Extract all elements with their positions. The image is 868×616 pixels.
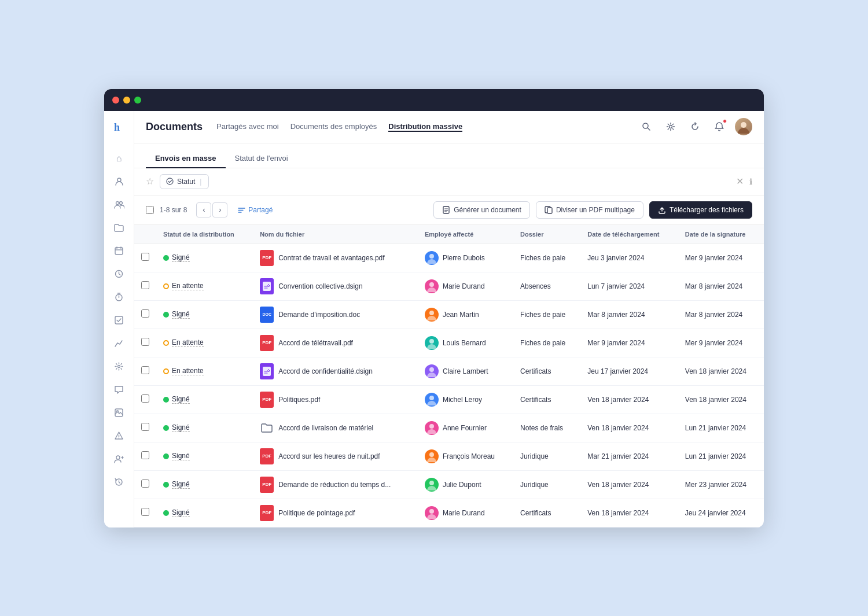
row-checkbox[interactable] [141, 394, 149, 403]
minimize-dot[interactable] [123, 97, 130, 104]
svg-point-23 [167, 178, 173, 185]
file-name-cell: Convention collective.dsign [260, 278, 411, 294]
employee-name: Jean Martin [443, 311, 479, 319]
date-signature-cell: Ven 18 janvier 2024 [678, 385, 764, 414]
dossier-cell: Absences [513, 272, 580, 300]
status-text: Signé [172, 508, 190, 517]
row-checkbox[interactable] [141, 338, 149, 346]
file-name-text[interactable]: Accord de télétravail.pdf [278, 339, 353, 347]
row-checkbox[interactable] [141, 281, 149, 289]
file-name-text[interactable]: Accord de livraison de matériel [278, 424, 373, 432]
bell-icon[interactable] [711, 118, 728, 135]
logo[interactable]: h [110, 118, 128, 137]
employee-name: Julie Dupont [443, 481, 481, 489]
favorite-star-icon[interactable]: ☆ [146, 176, 154, 187]
split-pdf-button[interactable]: Diviser un PDF multipage [536, 201, 643, 219]
tab-envois[interactable]: Envois en masse [146, 149, 226, 168]
status-filter-button[interactable]: Statut | [160, 174, 209, 189]
sidebar-timer-icon[interactable] [109, 287, 130, 308]
file-name-text[interactable]: Accord de confidentialité.dsign [278, 367, 373, 375]
svg-point-15 [119, 438, 119, 438]
table-row: SignéPDFPolitique de pointage.pdfMarie D… [134, 499, 764, 527]
sidebar-adduser-icon[interactable] [109, 449, 130, 470]
status-text: En attente [172, 282, 204, 290]
employee-name: Louis Bernard [443, 339, 486, 347]
status-text: Signé [172, 480, 190, 489]
user-avatar[interactable] [735, 118, 752, 135]
row-checkbox[interactable] [141, 451, 149, 459]
gear-icon[interactable] [662, 118, 679, 135]
table-row: SignéAccord de livraison de matérielAnne… [134, 414, 764, 442]
file-name-text[interactable]: Demande de réduction du temps d... [278, 481, 391, 489]
sidebar-image-icon[interactable] [109, 403, 130, 423]
dossier-cell: Certificats [513, 385, 580, 414]
row-checkbox[interactable] [141, 423, 149, 431]
table-row: SignéPDFContrat de travail et avantages.… [134, 244, 764, 272]
sidebar-clock-icon[interactable] [109, 264, 130, 285]
file-name-text[interactable]: Accord sur les heures de nuit.pdf [278, 452, 380, 460]
next-page-button[interactable]: › [212, 202, 227, 217]
employee-name: Marie Durand [443, 509, 485, 517]
sidebar-folder-icon[interactable] [109, 217, 130, 238]
sidebar-home-icon[interactable]: ⌂ [109, 148, 130, 169]
row-checkbox[interactable] [141, 309, 149, 318]
refresh-icon[interactable] [686, 118, 704, 135]
employee-cell: Marie Durand [425, 279, 506, 293]
file-icon: PDF [260, 250, 274, 266]
sort-button[interactable]: Partagé [233, 204, 277, 216]
nav-partages[interactable]: Partagés avec moi [216, 122, 279, 132]
file-icon: PDF [260, 477, 274, 493]
sidebar-chat-icon[interactable] [109, 379, 130, 400]
employee-avatar [425, 421, 439, 435]
maximize-dot[interactable] [134, 97, 141, 104]
row-checkbox[interactable] [141, 366, 149, 374]
generate-label: Générer un document [454, 206, 521, 214]
employee-name: Pierre Dubois [443, 254, 485, 262]
employee-cell: Michel Leroy [425, 393, 506, 407]
filter-info-icon[interactable]: ℹ [749, 177, 752, 186]
col-status: Statut de la distribution [156, 225, 253, 244]
sidebar-person-icon[interactable] [109, 171, 130, 192]
row-checkbox[interactable] [141, 253, 149, 261]
status-badge: Signé [163, 452, 246, 460]
tab-statut[interactable]: Statut de l'envoi [226, 149, 297, 168]
file-name-text[interactable]: Politique de pointage.pdf [278, 509, 355, 517]
sidebar-people-icon[interactable] [109, 194, 130, 215]
sidebar-alert-icon[interactable] [109, 426, 130, 447]
filter-close-icon[interactable]: ✕ [736, 176, 744, 187]
upload-files-button[interactable]: Télécharger des fichiers [649, 201, 752, 219]
sidebar-check-icon[interactable] [109, 310, 130, 331]
row-checkbox[interactable] [141, 508, 149, 516]
sidebar-chart-icon[interactable] [109, 333, 130, 354]
date-upload-cell: Jeu 17 janvier 2024 [580, 357, 678, 385]
nav-distribution[interactable]: Distribution massive [388, 122, 462, 132]
search-icon[interactable] [638, 118, 655, 135]
file-name-text[interactable]: Contrat de travail et avantages.pdf [278, 254, 384, 262]
sub-tabs: Envois en masse Statut de l'envoi [134, 143, 764, 168]
prev-page-button[interactable]: ‹ [196, 202, 211, 217]
status-badge: Signé [163, 423, 246, 432]
date-upload-cell: Jeu 3 janvier 2024 [580, 244, 678, 272]
employee-avatar [425, 251, 439, 265]
status-text: Signé [172, 310, 190, 319]
nav-employes[interactable]: Documents des employés [290, 122, 377, 132]
employee-cell: Marie Durand [425, 506, 506, 520]
status-badge: Signé [163, 480, 246, 489]
close-dot[interactable] [112, 97, 119, 104]
select-all-checkbox[interactable] [146, 206, 154, 214]
file-name-cell: PDFPolitiques.pdf [260, 392, 411, 408]
file-icon [260, 420, 274, 436]
svg-point-44 [429, 509, 434, 514]
date-signature-cell: Jeu 24 janvier 2024 [678, 499, 764, 527]
file-name-text[interactable]: Convention collective.dsign [278, 282, 362, 290]
sidebar-gear-icon[interactable] [109, 356, 130, 377]
row-checkbox[interactable] [141, 479, 149, 488]
file-name-text[interactable]: Demande d'imposition.doc [278, 311, 360, 319]
file-name-text[interactable]: Politiques.pdf [278, 396, 320, 404]
dossier-cell: Juridique [513, 442, 580, 470]
sidebar-history-icon[interactable] [109, 472, 130, 493]
table-header-row: Statut de la distribution Nom du fichier… [134, 225, 764, 244]
sidebar-calendar-icon[interactable] [109, 241, 130, 261]
svg-point-2 [116, 201, 119, 204]
generate-document-button[interactable]: Générer un document [433, 201, 530, 219]
